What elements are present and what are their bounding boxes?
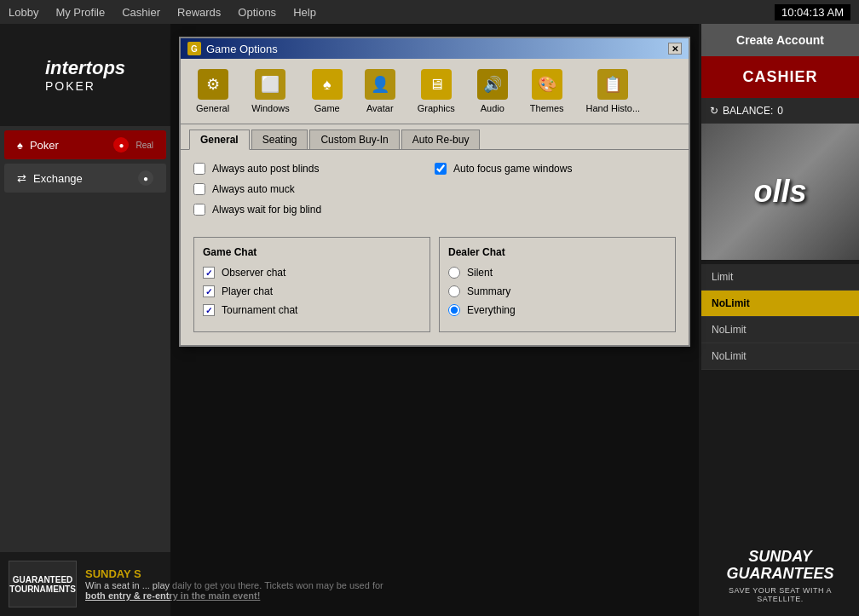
chat-panels: Game Chat ✓ Observer chat ✓ Player chat … (193, 237, 676, 332)
poker-icon: ♠ (17, 139, 23, 152)
sunday-banner: SUNDAYGUARANTEES SAVE YOUR SEAT WITH A S… (701, 536, 859, 616)
poker-button[interactable]: ♠ Poker ● Real (4, 130, 166, 159)
clock-display: 10:04:13 AM (775, 4, 850, 20)
logo-area: intertops POKER (0, 24, 170, 126)
tab-seating[interactable]: Seating (251, 130, 308, 149)
balance-value: 0 (777, 105, 783, 117)
player-chat-checkmark[interactable]: ✓ (203, 285, 215, 297)
tool-game[interactable]: ♠ Game (305, 66, 349, 117)
player-chat-row: ✓ Player chat (203, 285, 421, 297)
exchange-icon: ⇄ (17, 172, 26, 185)
limit-item-3[interactable]: NoLimit (701, 343, 859, 370)
graphics-icon: 🖥 (421, 69, 452, 100)
auto-muck-label: Always auto muck (212, 183, 295, 195)
limit-item-1[interactable]: NoLimit (701, 291, 859, 317)
tool-audio[interactable]: 🔊 Audio (470, 66, 515, 117)
tab-auto-rebuy[interactable]: Auto Re-buy (401, 130, 481, 149)
tournament-chat-checkmark[interactable]: ✓ (203, 304, 215, 316)
right-options: Auto focus game windows (435, 163, 676, 183)
promo-overlay-text: olls (753, 174, 806, 210)
dialog-tabs: General Seating Custom Buy-In Auto Re-bu… (181, 124, 689, 149)
menu-options[interactable]: Options (238, 6, 276, 19)
summary-radio-row: Summary (448, 285, 666, 297)
dealer-chat-panel: Dealer Chat Silent Summary Everything (439, 237, 676, 332)
poker-badge: ● (113, 137, 129, 153)
everything-label: Everything (467, 304, 516, 316)
tool-hand-history[interactable]: 📋 Hand Histo... (579, 66, 648, 117)
menu-lobby[interactable]: Lobby (9, 6, 38, 19)
limit-item-0[interactable]: Limit (701, 264, 859, 291)
left-options: Always auto post blinds Always auto muck… (193, 163, 435, 224)
auto-focus-label: Auto focus game windows (453, 163, 572, 175)
dialog-toolbar: ⚙ General ⬜ Windows ♠ Game 👤 Avatar 🖥 Gr… (181, 59, 689, 124)
tool-avatar[interactable]: 👤 Avatar (358, 66, 402, 117)
observer-chat-checkmark[interactable]: ✓ (203, 267, 215, 279)
dialog-close-button[interactable]: ✕ (668, 43, 682, 55)
limit-list: Limit NoLimit NoLimit NoLimit (701, 264, 859, 370)
hand-history-icon: 📋 (597, 69, 628, 100)
right-panel: Create Account CASHIER ↻ BALANCE: 0 olls… (701, 24, 859, 616)
menu-rewards[interactable]: Rewards (177, 6, 221, 19)
tab-custom-buyin[interactable]: Custom Buy-In (309, 130, 399, 149)
avatar-icon: 👤 (365, 69, 395, 100)
silent-radio-row: Silent (448, 267, 666, 279)
menu-bar: Lobby My Profile Cashier Rewards Options… (0, 0, 859, 24)
menu-help[interactable]: Help (293, 6, 316, 19)
auto-post-blinds-checkbox[interactable] (193, 163, 205, 175)
windows-tool-label: Windows (251, 103, 290, 113)
game-tool-label: Game (314, 103, 340, 113)
limit-item-2[interactable]: NoLimit (701, 317, 859, 343)
tool-windows[interactable]: ⬜ Windows (245, 66, 297, 117)
poker-label: Poker (30, 139, 59, 152)
tab-general[interactable]: General (189, 130, 250, 150)
audio-icon: 🔊 (477, 69, 508, 100)
balance-bar: ↻ BALANCE: 0 (701, 98, 859, 124)
refresh-icon[interactable]: ↻ (710, 105, 718, 117)
left-sidebar: intertops POKER ♠ Poker ● Real ⇄ Exchang… (0, 24, 170, 616)
exchange-button[interactable]: ⇄ Exchange ● (4, 164, 166, 193)
auto-focus-row: Auto focus game windows (435, 163, 676, 175)
auto-post-blinds-row: Always auto post blinds (193, 163, 435, 175)
top-buttons: Create Account (701, 24, 859, 56)
audio-tool-label: Audio (481, 103, 504, 113)
dialog-icon: G (187, 42, 201, 55)
balance-label: BALANCE: (723, 105, 773, 117)
everything-radio[interactable] (448, 304, 460, 316)
menu-cashier[interactable]: Cashier (122, 6, 160, 19)
logo-product: POKER (45, 79, 125, 93)
sunday-subtitle: SAVE YOUR SEAT WITH A SATELLITE. (710, 586, 850, 603)
tool-graphics[interactable]: 🖥 Graphics (411, 66, 462, 117)
tool-general[interactable]: ⚙ General (189, 66, 236, 117)
tournament-chat-row: ✓ Tournament chat (203, 304, 421, 316)
windows-icon: ⬜ (255, 69, 285, 100)
auto-focus-checkbox[interactable] (435, 163, 447, 175)
real-label: Real (135, 141, 153, 150)
silent-label: Silent (467, 267, 493, 279)
everything-radio-row: Everything (448, 304, 666, 316)
dialog-title-left: G Game Options (187, 42, 278, 55)
sunday-title: SUNDAYGUARANTEES (710, 549, 850, 583)
observer-chat-row: ✓ Observer chat (203, 267, 421, 279)
menu-myprofile[interactable]: My Profile (55, 6, 105, 19)
guaranteed-line2: TOURNAMENTS (9, 584, 76, 594)
observer-chat-label: Observer chat (222, 267, 285, 279)
auto-muck-row: Always auto muck (193, 183, 435, 195)
dialog-overlay: G Game Options ✕ ⚙ General ⬜ Windows ♠ G… (170, 24, 699, 616)
dialog-title-bar: G Game Options ✕ (181, 38, 689, 59)
create-account-button[interactable]: Create Account (701, 24, 859, 56)
summary-radio[interactable] (448, 285, 460, 297)
themes-icon: 🎨 (532, 69, 562, 100)
dialog-title: Game Options (206, 43, 278, 55)
wait-big-blind-checkbox[interactable] (193, 204, 205, 216)
auto-muck-checkbox[interactable] (193, 183, 205, 195)
cashier-button[interactable]: CASHIER (701, 56, 859, 98)
tool-themes[interactable]: 🎨 Themes (523, 66, 571, 117)
exchange-badge: ● (138, 170, 153, 186)
logo-brand: intertops (45, 57, 125, 79)
silent-radio[interactable] (448, 267, 460, 279)
avatar-tool-label: Avatar (366, 103, 394, 113)
promo-image: olls (701, 124, 859, 260)
summary-label: Summary (467, 285, 510, 297)
dialog-content: Always auto post blinds Always auto muck… (181, 149, 689, 345)
wait-big-blind-row: Always wait for big blind (193, 204, 435, 216)
